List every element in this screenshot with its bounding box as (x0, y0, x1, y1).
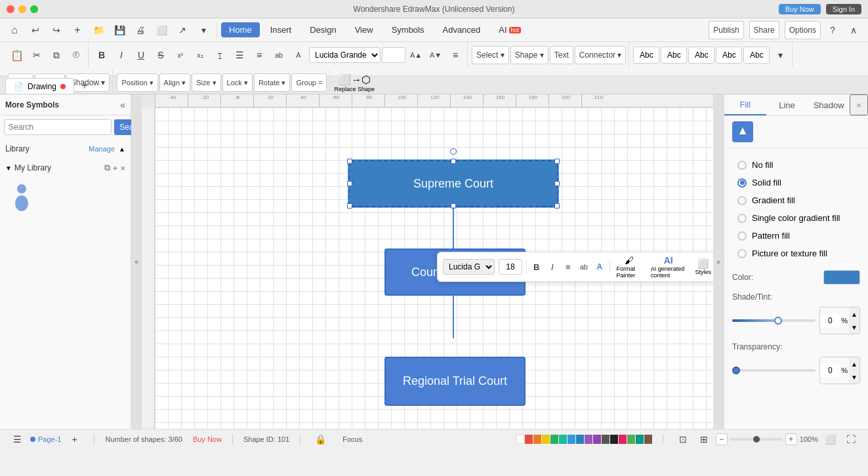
collapse-panel-button[interactable]: « (120, 100, 125, 110)
palette-yellow[interactable] (542, 435, 550, 444)
print-button[interactable]: 🖨 (131, 21, 150, 39)
shape-regional-trial-court[interactable]: Regional Trial Court (384, 357, 526, 406)
resize-handle-tc[interactable] (451, 159, 456, 164)
fill-option-picture-texture[interactable]: Picture or texture fill (732, 245, 860, 262)
fill-option-pattern-fill[interactable]: Pattern fill (732, 227, 860, 245)
palette-light-blue[interactable] (568, 435, 575, 444)
styles-expand-button[interactable]: ▾ (771, 46, 789, 64)
zoom-thumb[interactable] (753, 436, 760, 443)
help-button[interactable]: ? (823, 21, 842, 39)
palette-purple[interactable] (585, 435, 592, 444)
zoom-in-button[interactable]: + (785, 433, 797, 445)
my-library-close-button[interactable]: × (120, 163, 125, 173)
italic-button[interactable]: I (112, 46, 131, 64)
floating-font-size-input[interactable] (499, 259, 522, 275)
sign-in-button[interactable]: Sign In (826, 4, 861, 14)
position-button[interactable]: Position ▾ (117, 73, 157, 92)
palette-red[interactable] (525, 435, 533, 444)
floating-font-select[interactable]: Lucida G (443, 259, 495, 275)
ab-button[interactable]: ab (270, 46, 288, 64)
rp-tab-fill[interactable]: Fill (724, 94, 766, 115)
open-button[interactable]: 📁 (89, 21, 108, 39)
resize-handle-tr[interactable] (554, 159, 560, 164)
indent-button[interactable]: ≡ (250, 46, 268, 64)
minimize-button[interactable] (18, 5, 26, 13)
resize-handle-tl[interactable] (347, 159, 352, 164)
focus-button[interactable]: Focus (340, 435, 365, 443)
figure-person[interactable] (5, 184, 38, 223)
menu-insert[interactable]: Insert (262, 22, 300, 37)
options-button[interactable]: Options (785, 21, 821, 39)
size-button[interactable]: Size ▾ (192, 73, 220, 92)
manage-button[interactable]: Manage (89, 145, 115, 153)
save-button[interactable]: 💾 (110, 21, 129, 39)
left-collapse-button[interactable]: « (131, 94, 142, 429)
canvas[interactable]: Lucida G B I ≡ ab A 🖌 Format Painter AI … (155, 108, 713, 429)
status-buy-now-link[interactable]: Buy Now (193, 435, 222, 443)
resize-handle-bl[interactable] (347, 203, 352, 208)
add-tab-button[interactable]: + (77, 78, 93, 94)
palette-black[interactable] (610, 435, 618, 444)
active-page-label[interactable]: Page-1 (38, 435, 61, 443)
fullscreen-button[interactable]: ⛶ (842, 430, 860, 448)
new-tab-button[interactable]: + (68, 21, 87, 39)
floating-ab-button[interactable]: ab (578, 258, 590, 276)
zoom-out-button[interactable]: − (716, 433, 728, 445)
text-align-button[interactable]: ≡ (446, 46, 465, 64)
transparency-input[interactable] (820, 364, 840, 377)
resize-handle-mr[interactable] (554, 181, 560, 186)
replace-shape-button[interactable]: ⬜→⬡ Replace Shape (334, 73, 375, 92)
strikethrough-button[interactable]: S (152, 46, 170, 64)
font-size-input[interactable]: 18 (382, 47, 405, 63)
lock-view-button[interactable]: 🔒 (311, 430, 329, 448)
share-export-button[interactable]: ↗ (173, 21, 192, 39)
floating-align-button[interactable]: ≡ (562, 258, 574, 276)
connector-tool-button[interactable]: Connector ▾ (575, 46, 627, 64)
fill-option-no-fill[interactable]: No fill (732, 156, 860, 174)
fit-page-button[interactable]: ⊡ (674, 430, 692, 448)
add-page-button[interactable]: + (65, 430, 83, 448)
search-input[interactable] (4, 119, 112, 135)
rotate-button[interactable]: Rotate ▾ (254, 73, 290, 92)
palette-blue[interactable] (576, 435, 584, 444)
resize-handle-ml[interactable] (347, 181, 352, 186)
shade-tint-up-button[interactable]: ▲ (849, 307, 859, 321)
buy-now-button[interactable]: Buy Now (779, 4, 821, 14)
focus-view-button[interactable]: ⊞ (695, 430, 713, 448)
palette-brown[interactable] (644, 435, 652, 444)
my-library-chevron[interactable]: ▼ (5, 165, 12, 172)
list-button[interactable]: ☰ (230, 46, 249, 64)
floating-bold-button[interactable]: B (531, 258, 543, 276)
library-header[interactable]: Library Manage ▲ (5, 142, 125, 156)
floating-format-painter-button[interactable]: 🖌 Format Painter (613, 255, 644, 279)
menu-advanced[interactable]: Advanced (434, 22, 488, 37)
palette-white[interactable] (516, 435, 524, 444)
font-select[interactable]: Lucida Grande (309, 47, 381, 63)
font-color-button[interactable]: T̲ (211, 46, 229, 64)
superscript-button[interactable]: x² (171, 46, 190, 64)
shade-tint-down-button[interactable]: ▼ (849, 321, 859, 334)
select-tool-button[interactable]: Select ▾ (472, 46, 509, 64)
home-icon[interactable]: ⌂ (5, 21, 24, 39)
my-library-copy-button[interactable]: ⧉ (104, 163, 110, 173)
transparency-down-button[interactable]: ▼ (849, 370, 859, 384)
shape-supreme-court[interactable]: Supreme Court (348, 160, 558, 207)
lock-button[interactable]: Lock ▾ (222, 73, 253, 92)
font-increase-button[interactable]: A▲ (407, 46, 425, 64)
style-swatch-5[interactable]: Abc (743, 47, 770, 64)
right-panel-close-button[interactable]: × (850, 94, 868, 115)
menu-design[interactable]: Design (302, 22, 344, 37)
align-button[interactable]: Align ▾ (159, 73, 191, 92)
right-collapse-button[interactable]: » (713, 94, 724, 429)
share-button[interactable]: Share (749, 21, 779, 39)
menu-symbols[interactable]: Symbols (384, 22, 432, 37)
floating-italic-button[interactable]: I (547, 258, 558, 276)
palette-teal[interactable] (636, 435, 644, 444)
canvas-area[interactable]: -40 -20 0 20 40 60 80 100 120 140 160 18… (142, 94, 713, 429)
rp-tab-shadow[interactable]: Shadow (808, 94, 850, 115)
fill-color-icon[interactable] (732, 121, 753, 142)
palette-green[interactable] (550, 435, 558, 444)
palette-dark-purple[interactable] (593, 435, 601, 444)
undo-button[interactable]: ↩ (26, 21, 45, 39)
font-size-a-button[interactable]: A (289, 46, 308, 64)
